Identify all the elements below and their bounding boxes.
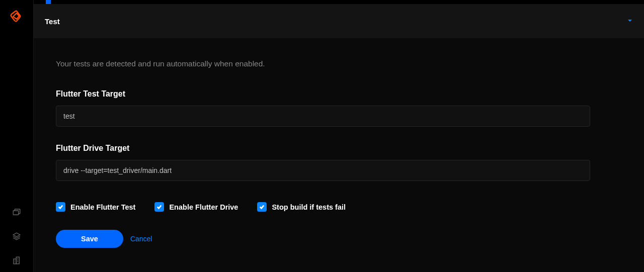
svg-rect-1 xyxy=(14,259,16,264)
layers-icon[interactable] xyxy=(12,232,21,241)
flutter-test-target-group: Flutter Test Target xyxy=(56,89,622,127)
form-content: Your tests are detected and run automati… xyxy=(34,38,644,272)
logo-icon[interactable] xyxy=(9,10,24,25)
caret-down-icon xyxy=(627,17,633,26)
flutter-drive-target-label: Flutter Drive Target xyxy=(56,144,622,153)
checkbox-label: Stop build if tests fail xyxy=(272,203,346,211)
form-description: Your tests are detected and run automati… xyxy=(56,59,622,68)
folders-icon[interactable] xyxy=(12,208,21,217)
checkbox-icon xyxy=(154,202,164,212)
main-panel: Test Your tests are detected and run aut… xyxy=(33,0,644,272)
checkbox-icon xyxy=(257,202,267,212)
stop-on-fail-checkbox[interactable]: Stop build if tests fail xyxy=(257,202,346,212)
button-row: Save Cancel xyxy=(56,230,622,248)
flutter-drive-target-group: Flutter Drive Target xyxy=(56,144,622,181)
svg-rect-2 xyxy=(16,257,19,264)
sidebar xyxy=(0,0,33,272)
checkbox-label: Enable Flutter Test xyxy=(70,203,135,211)
cancel-button[interactable]: Cancel xyxy=(130,235,152,243)
flutter-test-target-label: Flutter Test Target xyxy=(56,89,622,99)
enable-flutter-drive-checkbox[interactable]: Enable Flutter Drive xyxy=(154,202,238,212)
save-button[interactable]: Save xyxy=(56,230,123,248)
checkbox-label: Enable Flutter Drive xyxy=(169,203,238,211)
checkbox-row: Enable Flutter Test Enable Flutter Drive… xyxy=(56,202,622,212)
flutter-drive-target-input[interactable] xyxy=(56,160,590,181)
svg-rect-0 xyxy=(13,211,19,215)
checkbox-icon xyxy=(56,202,65,212)
enable-flutter-test-checkbox[interactable]: Enable Flutter Test xyxy=(56,202,135,212)
section-title: Test xyxy=(45,17,60,26)
buildings-icon[interactable] xyxy=(12,256,21,265)
active-tab-indicator xyxy=(46,0,51,4)
section-header[interactable]: Test xyxy=(34,4,644,38)
flutter-test-target-input[interactable] xyxy=(56,106,590,127)
